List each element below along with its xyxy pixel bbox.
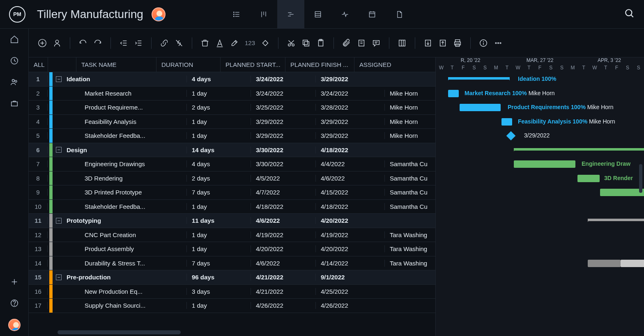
print-icon[interactable] xyxy=(453,39,462,48)
task-name[interactable]: Product Requireme... xyxy=(64,104,186,111)
gantt-summary-bar[interactable] xyxy=(514,148,644,151)
table-row[interactable]: 12CNC Part Creation1 day4/19/20224/19/20… xyxy=(29,228,435,242)
table-row[interactable]: 4Feasibility Analysis1 day3/29/20223/29/… xyxy=(29,115,435,129)
task-start[interactable]: 4/20/2022 xyxy=(251,245,315,252)
add-icon[interactable] xyxy=(9,276,20,288)
gantt-milestone[interactable] xyxy=(506,131,516,141)
task-start[interactable]: 3/25/2022 xyxy=(251,104,315,111)
task-finish[interactable]: 4/6/2022 xyxy=(315,175,384,182)
table-row[interactable]: 5Stakeholder Feedba...1 day3/29/20223/29… xyxy=(29,129,435,143)
task-duration[interactable]: 7 days xyxy=(186,189,251,196)
table-row[interactable]: 93D Printed Prototype7 days4/7/20224/15/… xyxy=(29,185,435,200)
task-start[interactable]: 4/5/2022 xyxy=(251,175,315,182)
task-start[interactable]: 3/24/2022 xyxy=(251,75,315,82)
task-start[interactable]: 3/29/2022 xyxy=(251,118,315,125)
task-start[interactable]: 3/24/2022 xyxy=(251,90,315,97)
gantt-task-bar[interactable] xyxy=(621,260,644,267)
clear-format-icon[interactable] xyxy=(230,39,239,48)
task-finish[interactable]: 3/29/2022 xyxy=(315,118,384,125)
collapse-icon[interactable]: − xyxy=(55,274,62,280)
sheet-view-tab[interactable] xyxy=(304,0,331,29)
task-duration[interactable]: 1 day xyxy=(186,245,251,252)
task-name[interactable]: Prototyping xyxy=(64,217,186,224)
task-duration[interactable]: 1 day xyxy=(186,132,251,139)
col-name[interactable]: TASK NAME xyxy=(48,57,156,72)
task-duration[interactable]: 1 day xyxy=(186,203,251,210)
add-task-icon[interactable] xyxy=(38,39,47,48)
task-duration[interactable]: 14 days xyxy=(186,146,251,153)
col-start[interactable]: PLANNED START... xyxy=(220,57,285,72)
task-name[interactable]: New Production Eq... xyxy=(64,288,186,295)
undo-icon[interactable] xyxy=(78,39,87,48)
collapse-icon[interactable]: − xyxy=(55,147,62,153)
task-start[interactable]: 4/6/2022 xyxy=(251,260,315,267)
task-finish[interactable]: 4/26/2022 xyxy=(315,302,384,309)
col-duration[interactable]: DURATION xyxy=(156,57,220,72)
task-assigned[interactable]: Samantha Cu xyxy=(384,175,435,182)
task-duration[interactable]: 1 day xyxy=(186,90,251,97)
milestone-icon[interactable] xyxy=(261,39,270,48)
table-row[interactable]: 1−Ideation4 days3/24/20223/29/2022 xyxy=(29,72,435,87)
task-finish[interactable]: 3/28/2022 xyxy=(315,104,384,111)
gantt-task-bar[interactable] xyxy=(501,118,512,126)
redo-icon[interactable] xyxy=(93,39,102,48)
table-row[interactable]: 11−Prototyping11 days4/6/20224/20/2022 xyxy=(29,214,435,228)
table-row[interactable]: 10Stakeholder Feedba...1 day4/18/20224/1… xyxy=(29,200,435,214)
status-view-tab[interactable] xyxy=(331,0,359,29)
unlink-icon[interactable] xyxy=(175,39,184,48)
table-row[interactable]: 13Product Assembly1 day4/20/20224/20/202… xyxy=(29,242,435,256)
table-row[interactable]: 7Engineering Drawings4 days3/30/20224/4/… xyxy=(29,157,435,171)
home-icon[interactable] xyxy=(9,34,20,45)
paste-icon[interactable] xyxy=(316,39,325,48)
gantt-chart[interactable]: R, 20 '22 MAR, 27 '22 APR, 3 '22 WTFSSMT… xyxy=(435,57,644,336)
table-row[interactable]: 14Durability & Stress T...7 days4/6/2022… xyxy=(29,256,435,271)
vertical-scrollbar[interactable] xyxy=(639,164,642,193)
briefcase-icon[interactable] xyxy=(9,98,20,109)
team-icon[interactable] xyxy=(9,76,20,88)
gantt-task-bar[interactable] xyxy=(460,104,501,111)
task-duration[interactable]: 11 days xyxy=(186,217,251,224)
outdent-icon[interactable] xyxy=(119,39,128,48)
copy-icon[interactable] xyxy=(301,39,310,48)
task-assigned[interactable]: Mike Horn xyxy=(384,118,435,125)
task-assigned[interactable]: Samantha Cu xyxy=(384,189,435,196)
export-icon[interactable] xyxy=(438,39,447,48)
task-name[interactable]: Market Research xyxy=(64,90,186,97)
task-assigned[interactable]: Tara Washing xyxy=(384,260,435,267)
task-start[interactable]: 3/30/2022 xyxy=(251,146,315,153)
gantt-task-bar[interactable] xyxy=(514,160,575,168)
info-icon[interactable] xyxy=(479,39,488,48)
gantt-view-tab[interactable] xyxy=(277,0,304,29)
gantt-task-bar[interactable] xyxy=(577,175,600,182)
task-name[interactable]: 3D Printed Prototype xyxy=(64,189,186,196)
file-view-tab[interactable] xyxy=(386,0,413,29)
more-icon[interactable] xyxy=(494,39,503,48)
delete-icon[interactable] xyxy=(200,39,209,48)
task-assigned[interactable]: Samantha Cu xyxy=(384,203,435,210)
task-name[interactable]: Stakeholder Feedba... xyxy=(64,203,186,210)
task-finish[interactable]: 3/29/2022 xyxy=(315,75,384,82)
calendar-view-tab[interactable] xyxy=(359,0,386,29)
task-name[interactable]: Pre-production xyxy=(64,274,186,281)
link-icon[interactable] xyxy=(160,39,169,48)
task-finish[interactable]: 4/20/2022 xyxy=(315,245,384,252)
task-name[interactable]: Ideation xyxy=(64,75,186,82)
gantt-summary-bar[interactable] xyxy=(448,77,510,80)
gantt-task-bar[interactable] xyxy=(600,189,644,196)
comment-icon[interactable] xyxy=(372,39,381,48)
task-finish[interactable]: 4/14/2022 xyxy=(315,260,384,267)
task-start[interactable]: 4/7/2022 xyxy=(251,189,315,196)
task-finish[interactable]: 4/15/2022 xyxy=(315,189,384,196)
task-start[interactable]: 4/18/2022 xyxy=(251,203,315,210)
cut-icon[interactable] xyxy=(287,39,296,48)
list-view-tab[interactable] xyxy=(223,0,250,29)
numbering-icon[interactable]: 123 xyxy=(245,39,255,46)
task-finish[interactable]: 4/4/2022 xyxy=(315,160,384,167)
task-assigned[interactable]: Mike Horn xyxy=(384,104,435,111)
table-row[interactable]: 3Product Requireme...2 days3/25/20223/28… xyxy=(29,101,435,115)
task-finish[interactable]: 3/29/2022 xyxy=(315,132,384,139)
task-start[interactable]: 4/19/2022 xyxy=(251,231,315,238)
task-assigned[interactable]: Mike Horn xyxy=(384,132,435,139)
table-row[interactable]: 16New Production Eq...3 days4/21/20224/2… xyxy=(29,285,435,299)
task-start[interactable]: 3/30/2022 xyxy=(251,160,315,167)
